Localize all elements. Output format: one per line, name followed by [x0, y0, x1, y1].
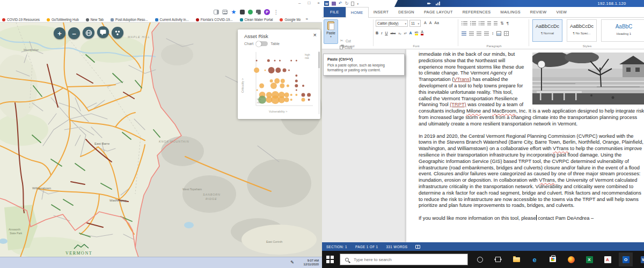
- bookmark-item[interactable]: Clean Water Portal: [240, 18, 273, 21]
- extension-icon[interactable]: [240, 10, 245, 14]
- tab-review[interactable]: REVIEW: [525, 7, 552, 17]
- status-page[interactable]: PAGE 1 OF 1: [355, 245, 378, 249]
- risk-bubble[interactable]: [284, 98, 289, 102]
- fc-format-icon[interactable]: A: [421, 31, 423, 35]
- style--normal[interactable]: AaBbCcDc¶ Normal: [532, 19, 562, 42]
- pilcrow-icon[interactable]: ¶: [507, 21, 509, 26]
- align-right-icon[interactable]: [477, 32, 481, 36]
- risk-bubble[interactable]: [283, 69, 287, 72]
- bookmark-item[interactable]: Florida's COVID-19...: [196, 18, 233, 21]
- bookmarks-overflow-icon[interactable]: »: [306, 17, 308, 21]
- pin-icon[interactable]: [427, 2, 431, 5]
- panel-close-icon[interactable]: ×: [313, 32, 317, 38]
- cut-button[interactable]: ✂Cut: [340, 39, 351, 43]
- hl-format-icon[interactable]: ab: [415, 31, 419, 35]
- risk-bubble[interactable]: [258, 96, 266, 104]
- align-left-icon[interactable]: [462, 32, 466, 36]
- profile-avatar[interactable]: P: [264, 9, 270, 15]
- excel-icon[interactable]: X: [586, 256, 593, 263]
- u-format-icon[interactable]: U: [385, 31, 387, 35]
- basemap-globe-button[interactable]: [83, 27, 94, 39]
- risk-bubble[interactable]: [267, 59, 270, 62]
- decrease-indent-icon[interactable]: [487, 21, 491, 26]
- risk-bubble[interactable]: [279, 60, 281, 62]
- bookmark-item[interactable]: GoToMeeting Hub: [47, 18, 79, 21]
- risk-bubble[interactable]: [302, 93, 305, 97]
- cortana-icon[interactable]: [476, 256, 484, 263]
- shading-icon[interactable]: [496, 31, 501, 36]
- flood-photo[interactable]: [532, 53, 644, 105]
- font-size-select[interactable]: 11▾: [409, 20, 421, 27]
- asset-risk-plot[interactable]: Criticality > Vulnerability > high risk …: [238, 50, 320, 117]
- bookmark-item[interactable]: New Tab: [86, 18, 104, 21]
- taskbar-search[interactable]: [340, 254, 468, 265]
- tab-page-layout[interactable]: PAGE LAYOUT: [419, 7, 458, 17]
- document-page[interactable]: immediate risk in the back of our minds,…: [406, 49, 644, 242]
- borders-icon[interactable]: [504, 31, 509, 36]
- risk-bubble[interactable]: [295, 75, 297, 77]
- numbering-icon[interactable]: [470, 21, 476, 26]
- paste-dropdown-icon[interactable]: ▾: [330, 35, 332, 38]
- bookmark-star-icon[interactable]: ★: [231, 9, 237, 15]
- extensions-puzzle-icon[interactable]: [256, 10, 261, 14]
- tab-file[interactable]: FILE: [324, 7, 346, 17]
- hyperlink[interactable]: (TRPT): [450, 102, 466, 107]
- redo-icon[interactable]: ↻: [345, 1, 349, 6]
- paste-button[interactable]: Paste ▾: [324, 19, 338, 44]
- firefox-icon[interactable]: [567, 256, 575, 263]
- small-format-icon[interactable]: x²: [404, 32, 407, 35]
- small-format-icon[interactable]: x₂: [398, 32, 401, 35]
- tab-references[interactable]: REFERENCES: [458, 7, 496, 17]
- risk-bubble[interactable]: [288, 70, 290, 71]
- style-heading-1[interactable]: AaBbCHeading 1: [601, 19, 644, 42]
- system-clock[interactable]: 9:07 AM 12/11/2020: [303, 259, 319, 266]
- file-explorer-icon[interactable]: [513, 256, 520, 263]
- browser-menu-icon[interactable]: ⋮: [273, 9, 279, 15]
- risk-bubble[interactable]: [259, 84, 264, 88]
- risk-bubble[interactable]: [274, 78, 280, 84]
- acrobat-icon[interactable]: A: [604, 256, 611, 263]
- bookmark-item[interactable]: Google Maps: [280, 18, 301, 21]
- strike-format-icon[interactable]: abc: [390, 32, 396, 35]
- view-toggle-switch[interactable]: [256, 41, 268, 46]
- bookmark-item[interactable]: Current Activity in...: [155, 18, 189, 21]
- risk-bubble[interactable]: [280, 84, 284, 88]
- outlook-icon[interactable]: O: [622, 256, 630, 263]
- risk-bubble[interactable]: [256, 60, 258, 62]
- risk-bubble[interactable]: [284, 93, 289, 98]
- task-view-icon[interactable]: [494, 256, 502, 263]
- risk-bubble[interactable]: [308, 99, 310, 101]
- word-icon[interactable]: W: [640, 256, 644, 263]
- status-section[interactable]: SECTION: 1: [326, 245, 347, 249]
- align-center-icon[interactable]: [469, 32, 474, 36]
- risk-bubble[interactable]: [295, 80, 298, 83]
- risk-bubble[interactable]: [302, 98, 305, 102]
- comment-button[interactable]: [97, 26, 109, 38]
- save-icon[interactable]: [332, 2, 336, 6]
- risk-bubble[interactable]: [295, 84, 298, 87]
- tab-grid-icon[interactable]: [222, 10, 228, 14]
- cluster-button[interactable]: [112, 27, 123, 39]
- risk-bubble[interactable]: [275, 68, 281, 73]
- line-spacing-icon[interactable]: ↕: [492, 31, 494, 36]
- bookmark-item[interactable]: Post Adoption Reso...: [111, 18, 148, 21]
- risk-bubble[interactable]: [268, 67, 275, 73]
- eff-format-icon[interactable]: A: [409, 31, 412, 35]
- tab-insert[interactable]: INSERT: [369, 7, 393, 17]
- table-toggle-label[interactable]: Table: [270, 42, 280, 46]
- risk-bubble[interactable]: [278, 96, 285, 103]
- copy-button[interactable]: Copy: [340, 46, 353, 49]
- tab-design[interactable]: DESIGN: [393, 7, 419, 17]
- start-button[interactable]: [326, 256, 334, 263]
- risk-bubble[interactable]: [270, 83, 277, 89]
- new-doc-icon[interactable]: [351, 2, 354, 6]
- risk-bubble[interactable]: [296, 90, 297, 91]
- chart-toggle-label[interactable]: Chart: [244, 42, 253, 46]
- store-icon[interactable]: [549, 256, 557, 263]
- risk-bubble[interactable]: [296, 60, 297, 62]
- sort-icon[interactable]: ⇅: [500, 21, 504, 26]
- risk-bubble[interactable]: [257, 90, 258, 91]
- status-words[interactable]: 331 WORDS: [386, 245, 407, 249]
- bookmark-item[interactable]: COVID-19 Resources: [2, 18, 40, 21]
- risk-bubble[interactable]: [295, 94, 297, 96]
